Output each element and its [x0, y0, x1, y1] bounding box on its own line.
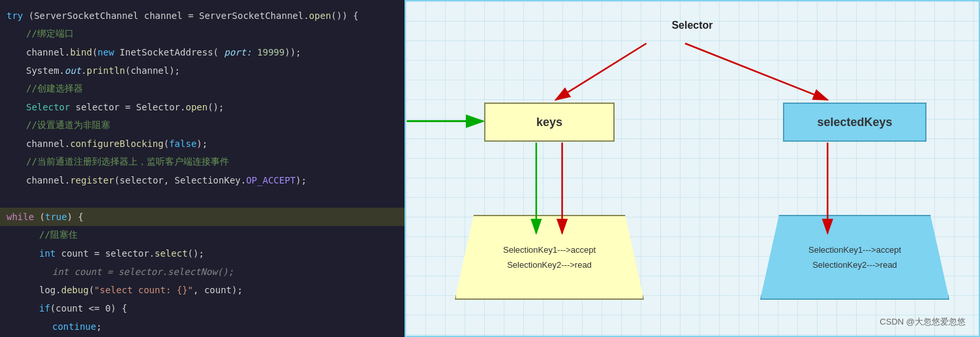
- svg-line-3: [685, 43, 827, 99]
- code-line-16: log. debug ( "select count: {}" , count)…: [0, 281, 405, 299]
- code-line-5: //创建选择器: [0, 80, 405, 98]
- code-line-6: Selector selector = Selector. open ();: [0, 98, 405, 116]
- keys-trap-line1: SelectionKey1--->accept: [503, 245, 596, 255]
- sel-trap-line2: SelectionKey2--->read: [812, 260, 897, 270]
- diagram-panel: Selector keys selectedKeys SelectionKey1…: [405, 0, 980, 337]
- selectedkeys-box: selectedKeys: [783, 103, 926, 142]
- code-line-1: try (ServerSocketChannel channel = Serve…: [0, 7, 405, 25]
- code-line-8: channel. configureBlocking ( false );: [0, 135, 405, 153]
- code-line-18: continue ;: [0, 317, 405, 336]
- code-line-9: //当前通道注册到选择器上，监听客户端连接事件: [0, 153, 405, 171]
- code-line-15: int count = selector.selectNow();: [0, 263, 405, 281]
- selector-label: Selector: [671, 20, 712, 31]
- code-line-while: while ( true ) {: [0, 208, 405, 226]
- keys-box: keys: [484, 103, 615, 142]
- code-line-10: channel. register (selector, SelectionKe…: [0, 171, 405, 189]
- sel-trap-shape: SelectionKey1--->accept SelectionKey2---…: [760, 215, 949, 300]
- watermark: CSDN @大忽悠爱忽悠: [880, 316, 966, 328]
- code-panel: try (ServerSocketChannel channel = Serve…: [0, 0, 405, 337]
- code-line-4: System. out . println (channel);: [0, 61, 405, 80]
- code-line-empty: [0, 189, 405, 208]
- code-line-14: int count = selector. select ();: [0, 244, 405, 263]
- code-line-2: //绑定端口: [0, 25, 405, 43]
- svg-line-2: [556, 43, 647, 99]
- sel-trap-line1: SelectionKey1--->accept: [808, 245, 901, 255]
- keys-trap-shape: SelectionKey1--->accept SelectionKey2---…: [455, 215, 644, 300]
- keys-trapezoid: SelectionKey1--->accept SelectionKey2---…: [455, 215, 644, 300]
- keys-trap-line2: SelectionKey2--->read: [507, 260, 592, 270]
- code-line-3: channel. bind ( new InetSocketAddress( p…: [0, 43, 405, 61]
- code-line-13: //阻塞住: [0, 226, 405, 244]
- sel-trapezoid: SelectionKey1--->accept SelectionKey2---…: [760, 215, 949, 300]
- code-line-7: //设置通道为非阻塞: [0, 116, 405, 135]
- code-line-17: if (count <= 0) {: [0, 299, 405, 317]
